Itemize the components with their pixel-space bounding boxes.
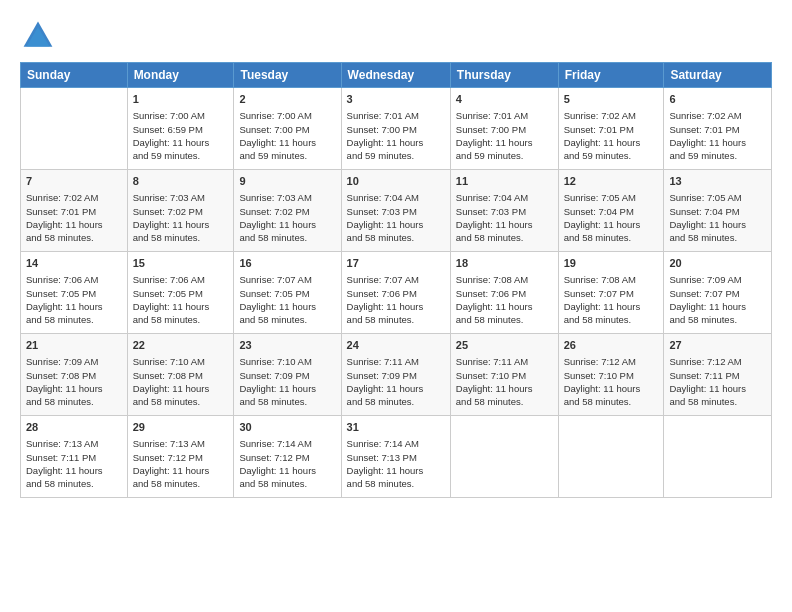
calendar-cell: 19Sunrise: 7:08 AMSunset: 7:07 PMDayligh…: [558, 252, 664, 334]
day-info-line: Sunrise: 7:03 AM: [239, 191, 335, 204]
day-number: 29: [133, 420, 229, 435]
day-info-line: Daylight: 11 hours: [133, 464, 229, 477]
day-info-line: Sunrise: 7:07 AM: [239, 273, 335, 286]
day-info-line: Sunset: 7:13 PM: [347, 451, 445, 464]
calendar-cell: 8Sunrise: 7:03 AMSunset: 7:02 PMDaylight…: [127, 170, 234, 252]
header-day-monday: Monday: [127, 63, 234, 88]
day-info-line: Daylight: 11 hours: [133, 136, 229, 149]
day-info-line: Daylight: 11 hours: [239, 136, 335, 149]
week-row-3: 14Sunrise: 7:06 AMSunset: 7:05 PMDayligh…: [21, 252, 772, 334]
day-info-line: and 58 minutes.: [26, 313, 122, 326]
day-info-line: Sunset: 7:11 PM: [669, 369, 766, 382]
day-info-line: Daylight: 11 hours: [26, 218, 122, 231]
day-number: 6: [669, 92, 766, 107]
day-info-line: and 59 minutes.: [669, 149, 766, 162]
day-info-line: Daylight: 11 hours: [26, 300, 122, 313]
day-info-line: and 59 minutes.: [456, 149, 553, 162]
day-info-line: Sunset: 7:04 PM: [669, 205, 766, 218]
day-info-line: Sunset: 7:09 PM: [347, 369, 445, 382]
day-info-line: Daylight: 11 hours: [669, 218, 766, 231]
day-info-line: Sunset: 7:05 PM: [133, 287, 229, 300]
day-info-line: and 59 minutes.: [347, 149, 445, 162]
day-info-line: Sunrise: 7:10 AM: [239, 355, 335, 368]
calendar-cell: [558, 416, 664, 498]
day-info-line: Sunset: 7:11 PM: [26, 451, 122, 464]
calendar-cell: 24Sunrise: 7:11 AMSunset: 7:09 PMDayligh…: [341, 334, 450, 416]
header-day-wednesday: Wednesday: [341, 63, 450, 88]
day-info-line: Daylight: 11 hours: [239, 382, 335, 395]
day-info-line: and 58 minutes.: [133, 313, 229, 326]
day-info-line: and 58 minutes.: [239, 477, 335, 490]
day-info-line: Daylight: 11 hours: [239, 218, 335, 231]
day-info-line: Sunset: 7:06 PM: [347, 287, 445, 300]
calendar-cell: 13Sunrise: 7:05 AMSunset: 7:04 PMDayligh…: [664, 170, 772, 252]
day-info-line: Sunrise: 7:09 AM: [669, 273, 766, 286]
day-info-line: Daylight: 11 hours: [669, 382, 766, 395]
header-day-sunday: Sunday: [21, 63, 128, 88]
calendar-cell: 7Sunrise: 7:02 AMSunset: 7:01 PMDaylight…: [21, 170, 128, 252]
day-info-line: Daylight: 11 hours: [456, 218, 553, 231]
day-info-line: Sunset: 7:08 PM: [26, 369, 122, 382]
calendar-cell: 23Sunrise: 7:10 AMSunset: 7:09 PMDayligh…: [234, 334, 341, 416]
day-info-line: Sunset: 7:07 PM: [564, 287, 659, 300]
day-info-line: Sunset: 7:05 PM: [239, 287, 335, 300]
day-info-line: and 58 minutes.: [564, 231, 659, 244]
day-info-line: and 58 minutes.: [564, 395, 659, 408]
day-number: 30: [239, 420, 335, 435]
day-info-line: Sunrise: 7:06 AM: [26, 273, 122, 286]
day-info-line: Sunrise: 7:04 AM: [456, 191, 553, 204]
day-info-line: Sunrise: 7:14 AM: [347, 437, 445, 450]
day-number: 7: [26, 174, 122, 189]
day-number: 11: [456, 174, 553, 189]
day-info-line: Sunset: 7:00 PM: [347, 123, 445, 136]
day-info-line: and 58 minutes.: [347, 477, 445, 490]
day-info-line: Sunrise: 7:11 AM: [456, 355, 553, 368]
calendar-table: SundayMondayTuesdayWednesdayThursdayFrid…: [20, 62, 772, 498]
day-info-line: Daylight: 11 hours: [456, 300, 553, 313]
calendar-cell: [21, 88, 128, 170]
day-info-line: and 58 minutes.: [133, 231, 229, 244]
day-info-line: Daylight: 11 hours: [564, 136, 659, 149]
day-info-line: Sunset: 7:05 PM: [26, 287, 122, 300]
day-number: 20: [669, 256, 766, 271]
day-number: 19: [564, 256, 659, 271]
calendar-cell: 30Sunrise: 7:14 AMSunset: 7:12 PMDayligh…: [234, 416, 341, 498]
day-info-line: Sunset: 7:12 PM: [239, 451, 335, 464]
day-info-line: Sunset: 7:00 PM: [239, 123, 335, 136]
day-info-line: and 58 minutes.: [456, 395, 553, 408]
week-row-2: 7Sunrise: 7:02 AMSunset: 7:01 PMDaylight…: [21, 170, 772, 252]
day-info-line: Sunrise: 7:07 AM: [347, 273, 445, 286]
day-info-line: Sunrise: 7:02 AM: [669, 109, 766, 122]
day-info-line: Sunrise: 7:03 AM: [133, 191, 229, 204]
day-info-line: Sunset: 7:06 PM: [456, 287, 553, 300]
day-number: 22: [133, 338, 229, 353]
day-info-line: and 58 minutes.: [133, 477, 229, 490]
day-info-line: Sunrise: 7:09 AM: [26, 355, 122, 368]
day-number: 24: [347, 338, 445, 353]
day-number: 13: [669, 174, 766, 189]
day-info-line: Sunset: 7:09 PM: [239, 369, 335, 382]
day-info-line: and 58 minutes.: [26, 231, 122, 244]
day-info-line: Daylight: 11 hours: [456, 382, 553, 395]
day-info-line: Sunset: 7:04 PM: [564, 205, 659, 218]
calendar-cell: 21Sunrise: 7:09 AMSunset: 7:08 PMDayligh…: [21, 334, 128, 416]
calendar-cell: 16Sunrise: 7:07 AMSunset: 7:05 PMDayligh…: [234, 252, 341, 334]
day-info-line: Sunrise: 7:13 AM: [26, 437, 122, 450]
day-number: 12: [564, 174, 659, 189]
day-info-line: Sunrise: 7:12 AM: [669, 355, 766, 368]
day-info-line: Daylight: 11 hours: [564, 300, 659, 313]
day-info-line: Sunrise: 7:02 AM: [564, 109, 659, 122]
calendar-cell: 27Sunrise: 7:12 AMSunset: 7:11 PMDayligh…: [664, 334, 772, 416]
day-info-line: Sunset: 7:02 PM: [239, 205, 335, 218]
week-row-5: 28Sunrise: 7:13 AMSunset: 7:11 PMDayligh…: [21, 416, 772, 498]
calendar-cell: 3Sunrise: 7:01 AMSunset: 7:00 PMDaylight…: [341, 88, 450, 170]
day-info-line: Sunset: 7:00 PM: [456, 123, 553, 136]
calendar-body: 1Sunrise: 7:00 AMSunset: 6:59 PMDaylight…: [21, 88, 772, 498]
calendar-cell: 10Sunrise: 7:04 AMSunset: 7:03 PMDayligh…: [341, 170, 450, 252]
week-row-4: 21Sunrise: 7:09 AMSunset: 7:08 PMDayligh…: [21, 334, 772, 416]
day-info-line: Daylight: 11 hours: [133, 300, 229, 313]
day-info-line: Sunset: 7:10 PM: [456, 369, 553, 382]
day-info-line: and 58 minutes.: [26, 477, 122, 490]
day-info-line: Daylight: 11 hours: [347, 464, 445, 477]
calendar-cell: 2Sunrise: 7:00 AMSunset: 7:00 PMDaylight…: [234, 88, 341, 170]
